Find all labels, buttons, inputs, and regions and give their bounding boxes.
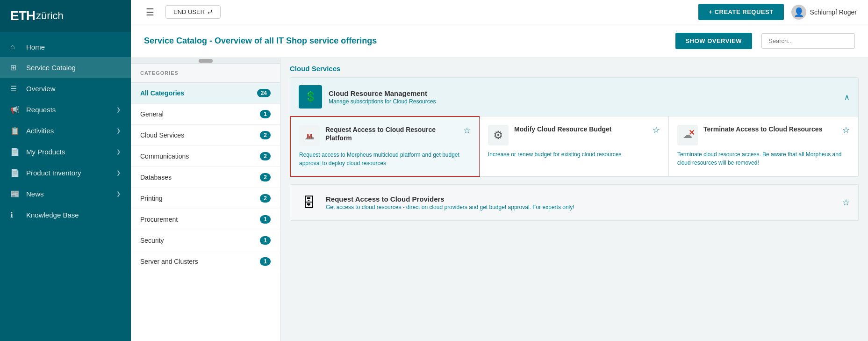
end-user-icon: ⇄ xyxy=(208,8,213,15)
nav-label-home: Home xyxy=(26,43,121,51)
accordion-title-sub: Manage subscriptions for Cloud Resources xyxy=(329,98,838,105)
service-card-request-access-platform[interactable]: ☁ M Request Access to Cloud Resource Pla… xyxy=(290,116,480,177)
card-title-area: Terminate Access to Cloud Resources xyxy=(703,125,837,133)
card-header-row: ☁ ✕ Terminate Access to Cloud Resources … xyxy=(677,125,850,145)
avatar: 👤 xyxy=(791,5,806,20)
svg-text:✕: ✕ xyxy=(689,129,695,137)
page-header: Service Catalog - Overview of all IT Sho… xyxy=(131,24,868,58)
category-name: Server and Clusters xyxy=(140,258,260,265)
category-name: Cloud Services xyxy=(140,131,260,139)
category-name: Printing xyxy=(140,195,260,202)
sidebar-item-overview[interactable]: ☰ Overview xyxy=(0,78,131,99)
nav-chevron-my-products: ❯ xyxy=(116,149,121,155)
accordion2-title: Request Access to Cloud Providers Get ac… xyxy=(326,195,836,210)
category-item-communications[interactable]: Communications 2 xyxy=(131,146,280,167)
categories-header: CATEGORIES xyxy=(131,64,280,83)
accordion2-title-main: Request Access to Cloud Providers xyxy=(326,195,836,203)
sidebar-item-product-inventory[interactable]: 📄 Product Inventory ❯ xyxy=(0,162,131,183)
nav-label-overview: Overview xyxy=(26,85,121,93)
card-title: Modify Cloud Resource Budget xyxy=(514,125,647,133)
nav-chevron-activities: ❯ xyxy=(116,128,121,134)
nav-icon-overview: ☰ xyxy=(10,84,20,93)
service-card-terminate-access[interactable]: ☁ ✕ Terminate Access to Cloud Resources … xyxy=(669,116,858,176)
section-title: Cloud Services xyxy=(290,58,859,77)
category-name: All Categories xyxy=(140,89,257,97)
accordion2-title-sub: Get access to cloud resources - direct o… xyxy=(326,204,836,210)
service-card-modify-budget[interactable]: ⚙ Modify Cloud Resource Budget ☆ Increas… xyxy=(480,116,669,176)
logo-eth: ETH xyxy=(10,8,35,23)
show-overview-button[interactable]: SHOW OVERVIEW xyxy=(675,33,752,49)
category-item-server-and-clusters[interactable]: Server and Clusters 1 xyxy=(131,251,280,272)
page-title: Service Catalog - Overview of all IT Sho… xyxy=(144,36,666,46)
category-item-printing[interactable]: Printing 2 xyxy=(131,188,280,209)
category-name: General xyxy=(140,110,260,118)
category-item-all-categories[interactable]: All Categories 24 xyxy=(131,83,280,104)
category-item-general[interactable]: General 1 xyxy=(131,104,280,125)
category-count: 2 xyxy=(260,173,271,181)
category-count: 2 xyxy=(260,194,271,203)
card-star-icon[interactable]: ☆ xyxy=(463,125,471,136)
svg-text:⚙: ⚙ xyxy=(493,129,503,141)
card-star-icon[interactable]: ☆ xyxy=(653,125,660,135)
accordion2-header[interactable]: 🗄 Request Access to Cloud Providers Get … xyxy=(290,185,858,220)
main-area: ☰ END USER ⇄ + CREATE REQUEST 👤 Schlumpf… xyxy=(131,0,868,341)
cloud-providers-accordion: 🗄 Request Access to Cloud Providers Get … xyxy=(290,184,859,221)
category-item-cloud-services[interactable]: Cloud Services 2 xyxy=(131,125,280,146)
sidebar-item-news[interactable]: 📰 News ❯ xyxy=(0,183,131,204)
card-title: Request Access to Cloud Resource Platfor… xyxy=(325,125,458,142)
create-request-button[interactable]: + CREATE REQUEST xyxy=(698,4,783,20)
category-item-databases[interactable]: Databases 2 xyxy=(131,167,280,188)
end-user-label: END USER xyxy=(173,8,205,15)
category-count: 24 xyxy=(257,89,271,97)
sidebar-item-service-catalog[interactable]: ⊞ Service Catalog xyxy=(0,57,131,78)
category-name: Procurement xyxy=(140,216,260,223)
accordion-title: Cloud Resource Management Manage subscri… xyxy=(329,89,838,105)
scroll-indicator xyxy=(131,58,280,64)
category-count: 2 xyxy=(260,131,271,139)
category-name: Communications xyxy=(140,152,260,160)
sidebar-item-requests[interactable]: 📢 Requests ❯ xyxy=(0,99,131,120)
user-menu[interactable]: 👤 Schlumpf Roger xyxy=(791,5,857,20)
card-title-area: Request Access to Cloud Resource Platfor… xyxy=(325,125,458,142)
catalog-section: Cloud Services 💲 Cloud Resource Manageme… xyxy=(280,58,868,230)
sidebar-item-activities[interactable]: 📋 Activities ❯ xyxy=(0,120,131,141)
end-user-button[interactable]: END USER ⇄ xyxy=(165,5,221,19)
nav-icon-requests: 📢 xyxy=(10,105,20,114)
card-icon-modify-budget: ⚙ xyxy=(488,125,509,145)
category-count: 1 xyxy=(260,110,271,118)
hamburger-button[interactable]: ☰ xyxy=(142,5,158,20)
nav-icon-product-inventory: 📄 xyxy=(10,168,20,177)
user-name: Schlumpf Roger xyxy=(810,8,857,16)
card-desc: Terminate cloud resource access. Be awar… xyxy=(677,150,850,167)
card-icon-request-access-platform: ☁ M xyxy=(299,125,320,146)
card-star-icon[interactable]: ☆ xyxy=(842,125,850,135)
category-count: 1 xyxy=(260,215,271,224)
server-icon: 🗄 xyxy=(299,192,319,213)
sidebar-item-home[interactable]: ⌂ Home xyxy=(0,36,131,57)
sidebar-nav: ⌂ Home ⊞ Service Catalog ☰ Overview 📢 Re… xyxy=(0,32,131,230)
search-input[interactable] xyxy=(761,33,855,49)
category-count: 1 xyxy=(260,257,271,266)
catalog-content: Cloud Services 💲 Cloud Resource Manageme… xyxy=(280,58,868,341)
accordion2-star-icon[interactable]: ☆ xyxy=(842,197,850,208)
card-header-row: ☁ M Request Access to Cloud Resource Pla… xyxy=(299,125,471,146)
nav-icon-news: 📰 xyxy=(10,189,20,198)
logo-zurich: zürich xyxy=(36,10,64,22)
nav-label-requests: Requests xyxy=(26,106,110,114)
card-desc: Increase or renew budget for existing cl… xyxy=(488,150,660,159)
sidebar-item-my-products[interactable]: 📄 My Products ❯ xyxy=(0,141,131,162)
category-item-procurement[interactable]: Procurement 1 xyxy=(131,209,280,230)
nav-label-knowledge-base: Knowledge Base xyxy=(26,211,121,219)
card-title-area: Modify Cloud Resource Budget xyxy=(514,125,647,133)
sidebar-item-knowledge-base[interactable]: ℹ Knowledge Base xyxy=(0,204,131,225)
accordion-header[interactable]: 💲 Cloud Resource Management Manage subsc… xyxy=(290,78,858,116)
nav-icon-my-products: 📄 xyxy=(10,147,20,156)
category-item-security[interactable]: Security 1 xyxy=(131,230,280,251)
card-icon-terminate-access: ☁ ✕ xyxy=(677,125,698,145)
nav-label-news: News xyxy=(26,190,110,198)
accordion-chevron-icon[interactable]: ∧ xyxy=(844,93,850,102)
svg-text:M: M xyxy=(307,132,312,140)
content-area: Service Catalog - Overview of all IT Sho… xyxy=(131,24,868,341)
nav-chevron-product-inventory: ❯ xyxy=(116,170,121,176)
scroll-thumb xyxy=(199,59,213,63)
